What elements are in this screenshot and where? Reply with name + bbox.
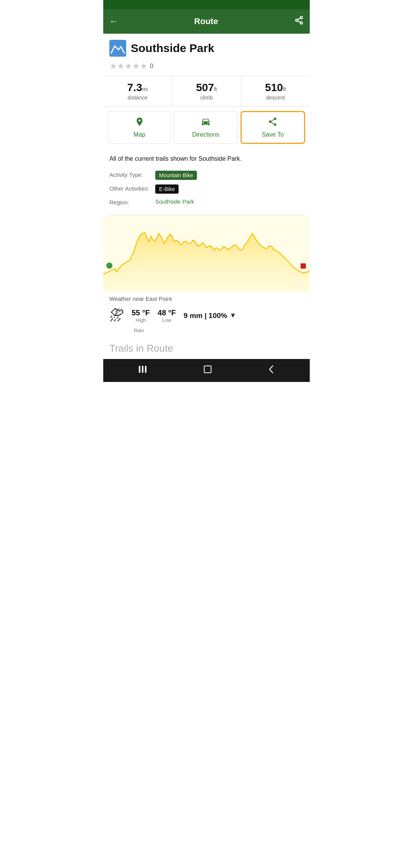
elevation-section: [103, 215, 310, 292]
info-section: Activity Type: Mountain Bike Other Activ…: [103, 166, 310, 215]
park-name-title: Southside Park: [131, 42, 214, 55]
directions-label: Directions: [192, 131, 219, 138]
weather-icon: ⛈: [109, 307, 124, 324]
distance-label: distance: [106, 95, 169, 101]
other-activities-label: Other Activities:: [109, 184, 155, 192]
descent-value: 510ft: [244, 82, 307, 94]
svg-rect-6: [139, 366, 140, 373]
app-header: ← Route: [103, 9, 310, 34]
weather-label: Weather near East Point: [103, 292, 310, 303]
save-to-icon: [268, 117, 278, 129]
star-1[interactable]: ★: [109, 61, 117, 71]
star-2[interactable]: ★: [117, 61, 125, 71]
weather-low: 48 °F Low: [158, 308, 176, 323]
directions-icon: [201, 117, 211, 129]
star-4[interactable]: ★: [132, 61, 140, 71]
region-label: Region:: [109, 198, 155, 206]
nav-back-icon[interactable]: [267, 364, 275, 377]
weather-dropdown-icon[interactable]: ▼: [229, 312, 236, 320]
stat-descent: 510ft descent: [241, 76, 310, 106]
trails-heading: Trails in Route: [103, 335, 310, 359]
stats-row: 7.3mi distance 507ft climb 510ft descent: [103, 76, 310, 106]
svg-line-3: [298, 21, 301, 23]
weather-high: 55 °F High: [132, 308, 150, 323]
weather-high-label: High: [136, 317, 146, 323]
weather-rain-label: Rain: [103, 328, 310, 335]
svg-rect-8: [145, 366, 146, 373]
rating-count: 0: [150, 63, 153, 70]
map-icon: [135, 117, 145, 129]
svg-rect-7: [142, 366, 143, 373]
svg-line-4: [298, 18, 301, 20]
map-label: Map: [133, 131, 145, 138]
map-button[interactable]: Map: [108, 111, 171, 144]
weather-row: ⛈ 55 °F High 48 °F Low 9 mm | 100% ▼: [103, 303, 310, 328]
svg-rect-9: [204, 366, 211, 373]
nav-menu-icon[interactable]: [138, 365, 148, 376]
park-logo: [109, 40, 126, 57]
nav-home-icon[interactable]: [203, 364, 213, 377]
weather-rain[interactable]: 9 mm | 100% ▼: [184, 312, 236, 320]
activity-type-badge[interactable]: Mountain Bike: [155, 171, 197, 180]
rating-row: ★ ★ ★ ★ ★ 0: [103, 60, 310, 76]
stat-distance: 7.3mi distance: [103, 76, 172, 106]
share-button[interactable]: [294, 16, 304, 27]
climb-label: climb: [175, 95, 237, 101]
distance-value: 7.3mi: [106, 82, 169, 94]
page-title: Route: [194, 16, 218, 26]
weather-high-value: 55 °F: [132, 308, 150, 317]
directions-button[interactable]: Directions: [174, 111, 237, 144]
region-row: Region: Southside Park: [109, 198, 304, 206]
star-3[interactable]: ★: [125, 61, 132, 71]
park-header: Southside Park: [103, 34, 310, 60]
region-link[interactable]: Southside Park: [155, 198, 194, 205]
descent-label: descent: [244, 95, 307, 101]
other-activities-badge[interactable]: E-Bike: [155, 184, 179, 194]
status-bar: [103, 0, 310, 9]
bottom-nav: [103, 359, 310, 382]
activity-type-row: Activity Type: Mountain Bike: [109, 171, 304, 180]
park-description: All of the current trails shown for Sout…: [103, 148, 310, 166]
activity-type-label: Activity Type:: [109, 171, 155, 178]
climb-value: 507ft: [175, 82, 237, 94]
save-to-button[interactable]: Save To: [241, 111, 305, 144]
save-to-label: Save To: [262, 131, 284, 138]
back-button[interactable]: ←: [109, 16, 118, 26]
action-row: Map Directions Save To: [103, 106, 310, 148]
star-5[interactable]: ★: [140, 61, 148, 71]
weather-rain-value: 9 mm | 100%: [184, 312, 227, 320]
elevation-chart: [103, 215, 310, 292]
stat-climb: 507ft climb: [172, 76, 241, 106]
weather-low-label: Low: [162, 317, 171, 323]
stars[interactable]: ★ ★ ★ ★ ★: [109, 61, 148, 71]
weather-low-value: 48 °F: [158, 308, 176, 317]
other-activities-row: Other Activities: E-Bike: [109, 184, 304, 194]
elevation-end-dot: [301, 263, 306, 269]
